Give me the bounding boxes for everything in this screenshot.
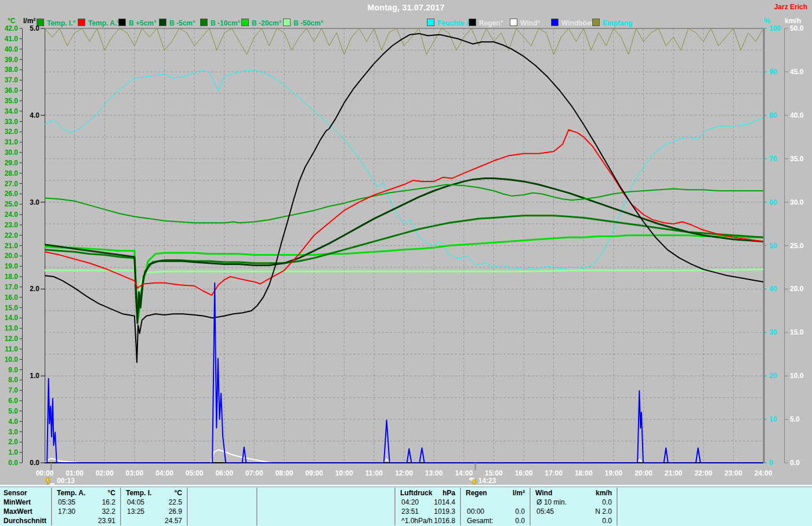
windspeed-tick-label: 10.0: [790, 372, 804, 380]
celsius-tick-label: 6.0: [8, 397, 18, 405]
x-axis-label: 13:00: [425, 469, 443, 477]
table-cell-value: 0.0: [602, 516, 612, 525]
axis-header-rain: l/m²: [23, 17, 35, 25]
x-axis-label: 20:00: [635, 469, 652, 477]
windspeed-tick-label: 5.0: [790, 415, 800, 423]
celsius-tick-label: 37.0: [5, 76, 19, 84]
axis-header-celsius: °C: [8, 17, 16, 25]
x-axis-label: 16:00: [515, 469, 533, 477]
x-axis-label: 00:00: [36, 469, 54, 477]
table-cell-value: 23.91: [98, 516, 115, 525]
windspeed-tick-label: 50.0: [790, 24, 804, 32]
table-cell-value: 16.2: [102, 498, 115, 507]
celsius-tick-label: 28.0: [5, 169, 19, 177]
table-divider: [187, 488, 188, 525]
table-col-header: Temp. I.: [126, 488, 151, 498]
humidity-tick-label: 0: [769, 459, 773, 467]
celsius-tick-label: 18.0: [5, 273, 19, 281]
celsius-tick-label: 1.0: [8, 448, 18, 456]
stats-table: SensorMinWertMaxWertDurchschnittTemp. A.…: [0, 487, 812, 526]
celsius-tick-label: 42.0: [5, 24, 19, 32]
chart-canvas: °Cl/m²%km/h0.01.02.03.04.05.06.07.08.09.…: [0, 0, 812, 486]
x-axis-label: 14:00: [455, 469, 473, 477]
x-axis-label: 23:00: [724, 469, 742, 477]
celsius-tick-label: 36.0: [5, 86, 19, 95]
table-cell-time: Ø 10 min.: [536, 498, 567, 507]
rain-tick-label: 4.0: [30, 111, 39, 119]
axis-header-windspeed: km/h: [785, 17, 801, 25]
table-row-label: Sensor: [3, 488, 27, 498]
celsius-tick-label: 3.0: [8, 428, 18, 436]
table-divider: [256, 488, 258, 525]
humidity-tick-label: 80: [769, 111, 777, 119]
table-divider: [51, 488, 53, 525]
celsius-tick-label: 33.0: [5, 118, 19, 126]
rain-tick-label: 5.0: [30, 24, 39, 32]
table-cell-value: 32.2: [102, 507, 115, 516]
table-cell-value: 1016.8: [434, 516, 455, 525]
celsius-tick-label: 31.0: [5, 138, 19, 146]
celsius-tick-label: 41.0: [5, 35, 19, 43]
table-divider: [394, 488, 396, 525]
axis-header-humidity: %: [764, 17, 770, 25]
event-marker-time: 14:23: [478, 477, 496, 485]
table-cell-value: N 2.0: [595, 507, 612, 516]
x-axis-label: 02:00: [96, 469, 114, 477]
x-axis-label: 06:00: [215, 469, 233, 477]
celsius-tick-label: 38.0: [5, 66, 19, 74]
table-cell-value: 1014.4: [434, 498, 455, 507]
x-axis-label: 24:00: [755, 469, 773, 477]
windspeed-tick-label: 45.0: [790, 68, 804, 76]
windspeed-tick-label: 35.0: [790, 155, 804, 163]
table-col-unit: hPa: [443, 488, 455, 498]
table-col-unit: l/m²: [513, 488, 525, 498]
celsius-tick-label: 30.0: [5, 148, 19, 157]
table-divider: [120, 488, 122, 525]
table-cell-value: 0.0: [515, 507, 525, 516]
humidity-tick-label: 60: [769, 198, 777, 206]
table-col-header: Luftdruck: [400, 488, 432, 498]
x-axis-label: 10:00: [335, 469, 353, 477]
celsius-tick-label: 0.0: [8, 459, 18, 467]
table-cell-time: 00:00: [467, 507, 484, 516]
table-cell-time: ^1.0hPa/h: [401, 516, 433, 525]
celsius-tick-label: 20.0: [5, 252, 19, 260]
x-axis-label: 09:00: [305, 469, 323, 477]
x-axis-label: 21:00: [665, 469, 683, 477]
celsius-tick-label: 39.0: [5, 56, 19, 64]
table-cell-time: 04:05: [127, 498, 144, 507]
table-cell-time: 23:51: [401, 507, 419, 516]
table-cell-time: 04:20: [401, 498, 419, 507]
table-col-unit: °C: [175, 488, 182, 498]
table-cell-time: 17:30: [58, 507, 75, 516]
x-axis-label: 08:00: [276, 469, 293, 477]
x-axis-label: 22:00: [694, 469, 712, 477]
x-axis-label: 07:00: [245, 469, 263, 477]
celsius-tick-label: 7.0: [8, 386, 18, 394]
humidity-tick-label: 100: [769, 24, 781, 32]
table-divider: [530, 488, 531, 525]
x-axis-label: 01:00: [66, 469, 84, 477]
table-row-label: MinWert: [3, 498, 31, 507]
humidity-tick-label: 40: [769, 285, 777, 293]
celsius-tick-label: 13.0: [5, 324, 19, 332]
table-cell-value: 26.9: [169, 507, 182, 516]
celsius-tick-label: 34.0: [5, 107, 19, 115]
x-axis-label: 19:00: [605, 469, 623, 477]
rain-tick-label: 0.0: [30, 459, 39, 467]
table-divider: [460, 488, 462, 525]
x-axis-label: 05:00: [186, 469, 204, 477]
table-row-label: MaxWert: [3, 507, 32, 516]
celsius-tick-label: 23.0: [5, 221, 19, 229]
celsius-tick-label: 40.0: [5, 45, 19, 53]
table-cell-time: 05:45: [536, 507, 554, 516]
celsius-tick-label: 16.0: [5, 293, 19, 302]
celsius-tick-label: 12.0: [5, 335, 19, 343]
table-col-unit: km/h: [596, 488, 612, 498]
x-axis-label: 17:00: [545, 469, 563, 477]
x-axis-label: 12:00: [395, 469, 413, 477]
celsius-tick-label: 35.0: [5, 97, 19, 105]
celsius-tick-label: 25.0: [5, 200, 19, 208]
table-col-header: Wind: [535, 488, 552, 498]
celsius-tick-label: 22.0: [5, 231, 19, 240]
